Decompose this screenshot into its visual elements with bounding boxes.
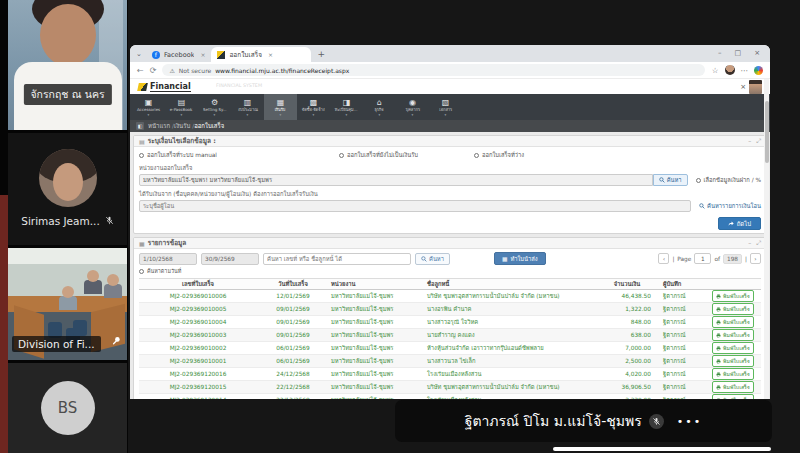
- participant-video-1[interactable]: จักรกฤช ณ นคร: [8, 0, 127, 130]
- financial-logo[interactable]: Financial: [138, 82, 191, 92]
- receipts-table: เลขที่ใบเสร็จ วันที่ใบเสร็จ หน่วยงาน ชื่…: [139, 278, 761, 399]
- blank-receipt-checkbox[interactable]: [474, 153, 479, 158]
- participant-name-tag: Sirimas Jeam...: [21, 215, 100, 227]
- table-row[interactable]: MJ2-029369120016 24/12/2568 มหาวิทยาลัยแ…: [139, 368, 761, 381]
- expand-icon[interactable]: ⤢: [756, 239, 761, 247]
- toolbar-item-บุคลากร[interactable]: ◉ บุคลากร ▾: [396, 94, 429, 120]
- unreceived-receipt-checkbox[interactable]: [339, 153, 344, 158]
- more-options-icon[interactable]: •••: [677, 415, 702, 428]
- transmittal-button[interactable]: ▦ ทำใบนำส่ง: [494, 252, 546, 265]
- new-tab-button[interactable]: +: [317, 49, 325, 59]
- close-tab-icon[interactable]: ×: [200, 51, 205, 58]
- close-tab-icon[interactable]: ×: [268, 51, 273, 58]
- participant-video-2[interactable]: Sirimas Jeam...: [8, 133, 127, 245]
- printer-icon: [716, 307, 721, 312]
- breadcrumb-item[interactable]: หน้าแรก: [148, 122, 174, 129]
- page-label: Page: [677, 256, 691, 262]
- profile-avatar[interactable]: [725, 65, 735, 75]
- toolbar-item-เอกสาร[interactable]: ▧ เอกสาร ▾: [429, 94, 462, 120]
- next-page-button[interactable]: ›: [750, 253, 761, 264]
- unit-search-button[interactable]: ค้นหา: [653, 174, 688, 186]
- amount: 7,000.00: [593, 345, 661, 351]
- date-from-input[interactable]: [139, 253, 197, 265]
- date-filter-checkbox[interactable]: [139, 269, 144, 274]
- pip-video-thumbnail[interactable]: [749, 80, 762, 94]
- toolbar-item-icon: ▧: [442, 98, 450, 107]
- breadcrumb-item[interactable]: เงินรับ: [174, 122, 194, 129]
- receipt-date: 22/12/2568: [257, 384, 329, 390]
- financial-favicon: [217, 51, 225, 59]
- sidebar-toggle-icon[interactable]: ◧: [136, 122, 144, 130]
- next-button[interactable]: ถัดไป: [718, 217, 761, 230]
- table-row[interactable]: MJ2-029369120014 22/12/2568 มหาวิทยาลัยแ…: [139, 394, 761, 399]
- scrollbar-thumb[interactable]: [765, 101, 769, 163]
- back-icon[interactable]: ←: [137, 66, 144, 75]
- reload-icon[interactable]: ⟳: [150, 66, 157, 75]
- tab-facebook[interactable]: f Facebook ×: [146, 47, 212, 62]
- chevron-down-icon: ▾: [412, 113, 414, 116]
- table-row[interactable]: MJ2-029369010003 09/01/2569 มหาวิทยาลัยแ…: [139, 329, 761, 342]
- prev-page-button[interactable]: ‹: [658, 253, 669, 264]
- tab-receipt[interactable]: ออกใบเสร็จ ×: [211, 47, 311, 62]
- url-field[interactable]: ⚠ Not secure www.financial.mju.ac.th/fin…: [162, 64, 704, 76]
- unit-input[interactable]: [139, 174, 653, 186]
- participant-video-3[interactable]: Division of Fi...: [8, 248, 127, 360]
- toolbar-item-จัดซื้อ-จัดจ้าง[interactable]: ▩ จัดซื้อ-จัดจ้าง ▾: [297, 94, 330, 120]
- print-receipt-button[interactable]: พิมพ์ใบเสร็จ: [712, 394, 754, 399]
- page-scrollbar[interactable]: [764, 79, 769, 399]
- toolbar-item-เงินรับ[interactable]: ▦ เงินรับ ▾: [264, 94, 297, 120]
- print-receipt-button[interactable]: พิมพ์ใบเสร็จ: [712, 368, 754, 380]
- avatar-initials: BS: [41, 381, 95, 435]
- table-row[interactable]: MJ2-029369010002 06/01/2569 มหาวิทยาลัยแ…: [139, 342, 761, 355]
- expand-icon[interactable]: ⤢: [756, 137, 761, 145]
- toolbar-item-Accessories[interactable]: ▣ Accessories ▾: [132, 94, 165, 120]
- collapse-icon[interactable]: –: [748, 239, 751, 247]
- recorder: ฐิตาภรณ์: [661, 317, 705, 327]
- print-receipt-button[interactable]: พิมพ์ใบเสร็จ: [712, 381, 754, 393]
- receipt-number: MJ2-029369010003: [139, 332, 257, 338]
- bookmark-star-icon[interactable]: ☆: [712, 66, 719, 75]
- debtor-name: บริษัท ชุมพรอุตสาหกรรมน้ำมันปาล์ม จำกัด …: [425, 382, 593, 392]
- presenter-name: ฐิตาภรณ์ ปิโม ม.แม่โจ้-ชุมพร: [465, 410, 642, 432]
- receipt-date: 09/01/2569: [257, 306, 329, 312]
- table-row[interactable]: MJ2-029369010001 06/01/2569 มหาวิทยาลัยแ…: [139, 355, 761, 368]
- unit: มหาวิทยาลัยแม่โจ้-ชุมพร: [329, 356, 425, 366]
- page-number-input[interactable]: [694, 253, 711, 264]
- manual-receipt-checkbox[interactable]: [139, 153, 144, 158]
- toolbar-item-ธุรกิจ[interactable]: ⌂ ธุรกิจ ▾: [363, 94, 396, 120]
- transfer-search-link[interactable]: ค้นหารายการเงินโอน: [699, 201, 761, 211]
- warning-icon: ⚠: [169, 67, 174, 74]
- toolbar-item-Setting Sy...[interactable]: ⚙ Setting Sy... ▾: [198, 94, 231, 120]
- toolbar-item-e-PassBook[interactable]: ▤ e-PassBook ▾: [165, 94, 198, 120]
- browser-menu-icon[interactable]: ⋯: [741, 66, 749, 75]
- toolbar-item-icon: ◨: [343, 98, 351, 107]
- print-receipt-button[interactable]: พิมพ์ใบเสร็จ: [712, 303, 754, 315]
- toolbar-item-งบประมาณ[interactable]: ▥ งบประมาณ ▾: [231, 94, 264, 120]
- print-receipt-button[interactable]: พิมพ์ใบเสร็จ: [712, 355, 754, 367]
- toolbar-item-ทะเบียนคุม...[interactable]: ◨ ทะเบียนคุม... ▾: [330, 94, 363, 120]
- print-receipt-button[interactable]: พิมพ์ใบเสร็จ: [712, 290, 754, 302]
- breadcrumb-item[interactable]: ออกใบเสร็จ: [194, 122, 224, 129]
- browser-tab-strip: ⌄ f Facebook × ออกใบเสร็จ × + – □ ×: [130, 45, 770, 62]
- tab-search-chevron-icon[interactable]: ⌄: [136, 50, 142, 58]
- receipt-search-input[interactable]: [263, 253, 411, 265]
- pip-close-icon[interactable]: ×: [740, 83, 746, 91]
- collapse-icon[interactable]: –: [748, 137, 751, 145]
- table-row[interactable]: MJ2-029369120015 22/12/2568 มหาวิทยาลัยแ…: [139, 381, 761, 394]
- deposit-filter-checkbox[interactable]: [696, 178, 701, 183]
- close-button[interactable]: ×: [754, 49, 760, 57]
- print-receipt-button[interactable]: พิมพ์ใบเสร็จ: [712, 329, 754, 341]
- list-search-button[interactable]: ค้นหา: [415, 253, 450, 265]
- receipt-date: 24/12/2568: [257, 371, 329, 377]
- print-receipt-button[interactable]: พิมพ์ใบเสร็จ: [712, 316, 754, 328]
- table-row[interactable]: MJ2-029369010005 09/01/2569 มหาวิทยาลัยแ…: [139, 303, 761, 316]
- participant-video-4[interactable]: BS: [8, 363, 127, 453]
- table-row[interactable]: MJ2-029369010006 12/01/2569 มหาวิทยาลัยแ…: [139, 290, 761, 303]
- maximize-button[interactable]: □: [735, 49, 742, 57]
- date-to-input[interactable]: [201, 253, 259, 265]
- table-row[interactable]: MJ2-029369010004 09/01/2569 มหาวิทยาลัยแ…: [139, 316, 761, 329]
- minimize-button[interactable]: –: [718, 49, 722, 57]
- print-receipt-button[interactable]: พิมพ์ใบเสร็จ: [712, 342, 754, 354]
- copilot-icon[interactable]: [754, 66, 763, 75]
- payer-input[interactable]: [139, 200, 691, 212]
